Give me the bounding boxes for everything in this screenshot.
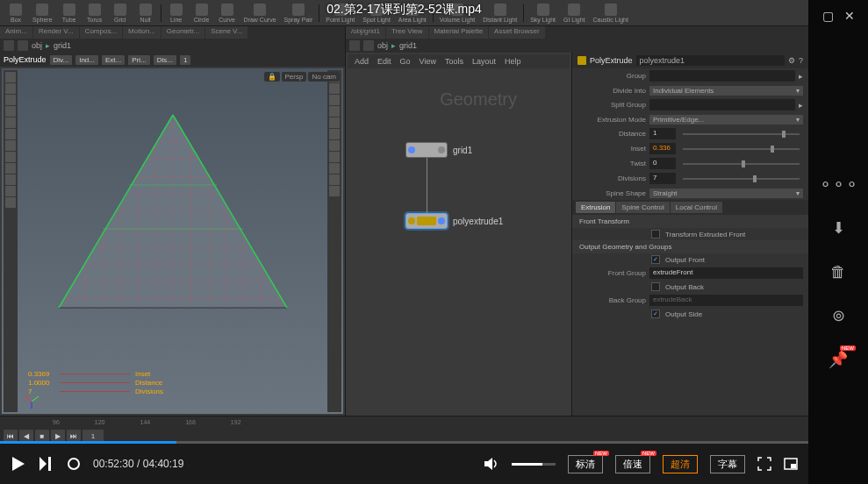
fwd-icon[interactable] xyxy=(18,40,28,51)
op-ind[interactable]: Ind... xyxy=(75,55,98,65)
tab-render[interactable]: Render V... xyxy=(33,26,79,39)
share-icon[interactable]: ⚬⚬⚬ xyxy=(828,174,849,195)
divisions-slider[interactable] xyxy=(683,178,800,180)
path-node[interactable]: grid1 xyxy=(54,41,71,50)
play-button[interactable] xyxy=(11,456,26,472)
tab-obj[interactable]: /obj/grid1 xyxy=(346,26,385,39)
tool-grid-icon[interactable] xyxy=(5,174,16,185)
play-button[interactable]: ▶ xyxy=(51,430,65,442)
spine-shape-combo[interactable]: Straight▾ xyxy=(649,189,803,198)
output-side-checkbox[interactable]: ✓ xyxy=(651,310,660,318)
tab-local[interactable]: Local Control xyxy=(671,202,722,213)
last-frame-button[interactable]: ⏭ xyxy=(67,430,81,442)
chevron-icon[interactable]: ▸ xyxy=(799,101,803,110)
tab-anim[interactable]: Anim... xyxy=(0,26,32,39)
op-val[interactable]: 1 xyxy=(180,55,190,65)
disp-prim-icon[interactable] xyxy=(329,152,340,162)
op-pri[interactable]: Pri... xyxy=(128,55,149,65)
divisions-field[interactable]: 7 xyxy=(649,173,676,184)
close-button[interactable]: ✕ xyxy=(844,9,855,23)
tab-motion[interactable]: Motion... xyxy=(123,26,161,39)
speed-button[interactable]: 倍速NEW xyxy=(615,455,650,473)
stop-button[interactable]: ■ xyxy=(35,430,49,442)
pin-icon[interactable]: 📌NEW xyxy=(828,349,849,370)
back-group-field[interactable]: extrudeBack xyxy=(649,295,803,306)
tool-select-icon[interactable] xyxy=(5,72,16,82)
tool-magnet-icon[interactable] xyxy=(5,186,16,196)
tab-geom[interactable]: Geometr... xyxy=(161,26,204,39)
menu-view[interactable]: View xyxy=(420,57,436,66)
viewport-3d[interactable]: 🔒 Persp No cam 0.3369Inset 1.0000Distanc… xyxy=(2,68,343,414)
back-icon[interactable] xyxy=(349,40,360,51)
section-output-geom[interactable]: Output Geometry and Groups xyxy=(572,240,808,253)
disp-ghost-icon[interactable] xyxy=(329,95,340,105)
output-back-checkbox[interactable] xyxy=(651,282,660,291)
gear-icon[interactable]: ⚙ xyxy=(788,56,795,65)
volume-slider[interactable] xyxy=(512,463,556,466)
tool-lasso-icon[interactable] xyxy=(5,140,16,151)
op-dis[interactable]: Dis... xyxy=(154,55,176,65)
tool-move-icon[interactable] xyxy=(5,83,16,94)
network-view[interactable]: Add Edit Go View Tools Layout Help Geome… xyxy=(348,54,570,414)
menu-layout[interactable]: Layout xyxy=(472,57,496,66)
tab-asset[interactable]: Asset Browser xyxy=(489,26,545,39)
tool-handle-icon[interactable] xyxy=(5,117,16,128)
distance-slider[interactable] xyxy=(683,133,800,135)
menu-add[interactable]: Add xyxy=(355,57,369,66)
tool-construct-icon[interactable] xyxy=(5,197,16,208)
tab-compos[interactable]: Compos... xyxy=(80,26,122,39)
node-grid1[interactable]: grid1 xyxy=(405,142,472,158)
twist-slider[interactable] xyxy=(683,163,800,165)
menu-go[interactable]: Go xyxy=(400,57,411,66)
tab-extrusion[interactable]: Extrusion xyxy=(576,202,615,213)
front-group-field[interactable]: extrudeFront xyxy=(649,267,803,279)
menu-tools[interactable]: Tools xyxy=(445,57,463,66)
path-level[interactable]: obj xyxy=(32,41,42,50)
back-icon[interactable] xyxy=(4,40,14,51)
delete-icon[interactable]: 🗑 xyxy=(828,261,849,282)
prev-frame-button[interactable]: ◀ xyxy=(19,430,33,442)
disp-normal-icon[interactable] xyxy=(329,129,340,139)
tab-material[interactable]: Material Palette xyxy=(429,26,489,39)
transform-front-checkbox[interactable] xyxy=(651,230,660,238)
tool-scale-icon[interactable] xyxy=(5,106,16,117)
disp-wire-icon[interactable] xyxy=(329,83,340,94)
camera-menu[interactable]: No cam xyxy=(308,72,340,82)
chevron-icon[interactable]: ▸ xyxy=(799,72,803,81)
tab-spine[interactable]: Spine Control xyxy=(616,202,669,213)
disp-point-icon[interactable] xyxy=(329,140,340,151)
current-frame-field[interactable]: 1 xyxy=(82,430,104,442)
settings-icon[interactable]: ⊚ xyxy=(828,305,849,326)
help-icon[interactable]: ? xyxy=(799,56,803,65)
quality-hd-button[interactable]: 超清 xyxy=(663,455,698,473)
disp-uv-icon[interactable] xyxy=(329,163,340,174)
op-ext[interactable]: Ext... xyxy=(102,55,125,65)
fullscreen-button[interactable] xyxy=(757,457,771,471)
section-front-transform[interactable]: Front Transform xyxy=(572,215,808,228)
tool-rotate-icon[interactable] xyxy=(5,95,16,105)
disp-light-icon[interactable] xyxy=(329,106,340,117)
inset-slider[interactable] xyxy=(683,148,800,150)
download-icon[interactable]: ⬇ xyxy=(828,217,849,238)
loop-button[interactable] xyxy=(67,457,81,471)
disp-cam-icon[interactable] xyxy=(329,117,340,128)
output-front-checkbox[interactable]: ✓ xyxy=(651,255,660,264)
tool-snap-icon[interactable] xyxy=(5,163,16,174)
persp-menu[interactable]: Persp xyxy=(282,72,307,82)
disp-bg-icon[interactable] xyxy=(329,186,340,196)
group-field[interactable] xyxy=(649,70,795,82)
first-frame-button[interactable]: ⏮ xyxy=(4,430,18,442)
pip-button[interactable] xyxy=(784,457,798,471)
tool-brush-icon[interactable] xyxy=(5,152,16,162)
menu-help[interactable]: Help xyxy=(505,57,521,66)
disp-xray-icon[interactable] xyxy=(329,174,340,185)
maximize-button[interactable]: ▢ xyxy=(822,9,834,23)
quality-standard-button[interactable]: 标清NEW xyxy=(568,455,603,473)
lock-icon[interactable]: 🔒 xyxy=(264,72,280,82)
tab-scene[interactable]: Scene V... xyxy=(205,26,247,39)
extrusion-mode-combo[interactable]: Primitive/Edge...▾ xyxy=(649,115,803,125)
timeline-ruler[interactable]: 96 120 144 168 192 xyxy=(0,416,808,428)
inset-field[interactable]: 0.336 xyxy=(649,143,676,154)
subtitle-button[interactable]: 字幕 xyxy=(710,455,745,473)
volume-button[interactable] xyxy=(484,456,499,472)
